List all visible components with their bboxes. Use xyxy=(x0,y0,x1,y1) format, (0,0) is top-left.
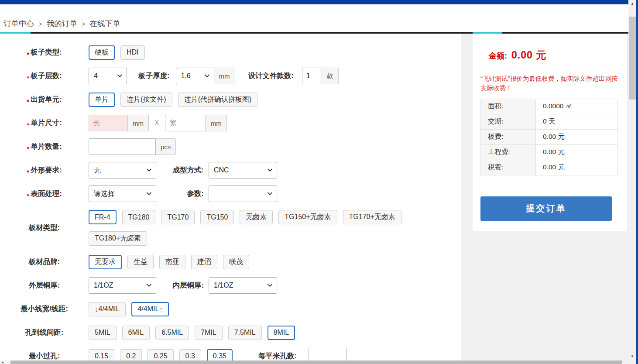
form-row-ship-unit: * 出货单元: 单片 连片(按文件) 连片(代拼确认拼板图) xyxy=(0,88,461,111)
outline-label-text: 外形要求: xyxy=(31,165,62,175)
param-select[interactable] xyxy=(209,185,277,202)
material-type-option-tg180[interactable]: TG180 xyxy=(122,210,156,224)
layers-selected-value: 4 xyxy=(94,72,98,80)
form-row-trace: 最小线宽/线距: ↓ 4/4MIL 4/4MIL ↑ xyxy=(0,297,461,321)
form-row-quantity: * 单片数量: pcs xyxy=(0,135,461,158)
vertical-scrollbar[interactable]: ▲ ▼ xyxy=(628,0,636,364)
submit-order-button[interactable]: 提交订单 xyxy=(480,196,612,221)
outer-copper-selected-value: 1/1OZ xyxy=(94,282,113,289)
vertical-scrollbar-thumb[interactable] xyxy=(629,17,636,100)
breadcrumb-my-orders[interactable]: 我的订单 xyxy=(47,18,77,29)
board-type-option-hdi[interactable]: HDI xyxy=(120,45,145,60)
inner-copper-label: 内层铜厚: xyxy=(168,281,204,290)
board-width-input[interactable] xyxy=(165,115,206,131)
form-row-layers: * 板子层数: 4 板子厚度: 1.6 mm 设计文件款数: xyxy=(0,64,461,88)
ship-unit-option-panel-by-file[interactable]: 连片(按文件) xyxy=(120,93,172,107)
scroll-down-icon[interactable]: ▼ xyxy=(628,354,636,360)
board-fee-label: 板费: xyxy=(481,129,536,144)
trace-option-below-4-4[interactable]: ↓ 4/4MIL xyxy=(89,302,126,316)
engineering-fee-label: 工程费: xyxy=(481,144,536,160)
form-row-size: * 单片尺寸: mm X mm xyxy=(0,111,461,135)
quantity-group: pcs xyxy=(89,138,176,155)
breadcrumb-order-center[interactable]: 订单中心 xyxy=(3,18,34,29)
material-type-option-fr4[interactable]: FR-4 xyxy=(89,210,117,224)
order-form: * 板子类型: 硬板 HDI * 板子层数: 4 板子厚度: xyxy=(0,34,461,364)
quantity-label-text: 单片数量: xyxy=(31,142,62,151)
chevron-down-icon xyxy=(267,284,273,287)
hole-clearance-label-text: 孔到线间距: xyxy=(25,328,64,337)
scroll-up-icon[interactable]: ▲ xyxy=(628,1,636,7)
engineering-fee-value: 0.00 元 xyxy=(536,144,618,160)
outer-copper-select[interactable]: 1/1OZ xyxy=(89,277,156,294)
size-label: * 单片尺寸: xyxy=(0,118,89,128)
leadtime-label: 交期: xyxy=(481,114,536,129)
table-row: 面积: 0.0000 ㎡ xyxy=(481,99,618,114)
table-row: 板费: 0.00 元 xyxy=(481,129,618,144)
layers-select[interactable]: 4 xyxy=(89,68,127,84)
brand-option-nanya[interactable]: 南亚 xyxy=(159,255,185,269)
required-asterisk: * xyxy=(27,121,29,129)
board-length-input[interactable] xyxy=(89,115,128,131)
inner-copper-select[interactable]: 1/1OZ xyxy=(209,277,277,294)
scroll-left-icon[interactable]: ◄ xyxy=(1,361,4,364)
width-group: mm xyxy=(165,115,227,131)
surface-label-text: 表面处理: xyxy=(31,189,62,199)
param-label: 参数: xyxy=(168,189,204,199)
thickness-select[interactable]: 1.6 xyxy=(176,68,214,84)
brand-option-iteq[interactable]: 联茂 xyxy=(223,255,249,269)
ship-unit-label-text: 出货单元: xyxy=(31,95,62,104)
summary-panel-background: 金额: 0.00 元 “飞针测试”报价为最低收费，如实际文件超出则按实际收费！ … xyxy=(461,34,628,364)
chevron-down-icon xyxy=(204,74,210,78)
required-asterisk: * xyxy=(27,192,29,199)
material-type-option-tg170-hf[interactable]: TG170+无卤素 xyxy=(343,210,401,224)
chevron-down-icon xyxy=(146,284,152,287)
brand-option-shengyi[interactable]: 生益 xyxy=(127,255,154,269)
area-label: 面积: xyxy=(481,99,536,114)
forming-label: 成型方式: xyxy=(168,165,204,175)
brand-option-kingboard[interactable]: 建滔 xyxy=(191,255,217,269)
size-label-text: 单片尺寸: xyxy=(31,118,62,128)
brand-option-any[interactable]: 无要求 xyxy=(89,255,122,269)
forming-selected-value: CNC xyxy=(214,166,229,174)
board-type-option-rigid[interactable]: 硬板 xyxy=(89,45,115,60)
forming-select[interactable]: CNC xyxy=(209,162,277,179)
table-row: 交期: 0 天 xyxy=(481,114,618,129)
amount-value: 0.00 元 xyxy=(511,48,546,62)
ship-unit-option-single[interactable]: 单片 xyxy=(89,93,115,107)
material-type-option-tg170[interactable]: TG170 xyxy=(161,210,195,224)
outer-copper-label-text: 外层铜厚: xyxy=(29,281,60,290)
material-type-option-tg150[interactable]: TG150 xyxy=(200,210,234,224)
quantity-input[interactable] xyxy=(89,138,156,155)
trace-label: 最小线宽/线距: xyxy=(0,304,89,314)
hole-clearance-option-7-5mil[interactable]: 7.5MIL xyxy=(228,326,262,340)
thickness-group: 1.6 mm xyxy=(176,68,235,84)
window-edge xyxy=(636,0,638,364)
material-type-option-tg150-hf[interactable]: TG150+无卤素 xyxy=(278,210,337,224)
required-asterisk: * xyxy=(27,168,29,176)
breadcrumb-online-order[interactable]: 在线下单 xyxy=(90,18,120,29)
horizontal-scrollbar-thumb[interactable] xyxy=(10,361,622,364)
form-row-material-type: 板材类型: FR-4 TG180 TG170 TG150 无卤素 TG150+无… xyxy=(0,206,461,250)
tax-value: 0.00 元 xyxy=(536,160,618,175)
chevron-down-icon xyxy=(267,168,273,172)
hole-clearance-option-8mil[interactable]: 8MIL xyxy=(268,326,295,340)
min-via-label: 最小过孔: xyxy=(0,351,89,361)
hole-clearance-option-6-5mil[interactable]: 6.5MIL xyxy=(155,326,189,340)
hole-clearance-option-7mil[interactable]: 7MIL xyxy=(195,326,223,340)
trace-option-above-4-4[interactable]: 4/4MIL ↑ xyxy=(131,302,168,316)
trace-option-text: 4/4MIL xyxy=(137,305,159,313)
outline-label: * 外形要求: xyxy=(0,165,89,175)
outline-selected-value: 无 xyxy=(94,166,101,175)
required-asterisk: * xyxy=(27,98,29,105)
design-count-input[interactable] xyxy=(302,68,322,84)
surface-select[interactable]: 请选择 xyxy=(89,185,156,202)
hole-clearance-option-6mil[interactable]: 6MIL xyxy=(122,326,150,340)
horizontal-scrollbar[interactable]: ◄ xyxy=(0,361,628,364)
ship-unit-option-panel-confirm[interactable]: 连片(代拼确认拼板图) xyxy=(178,93,258,107)
outline-select[interactable]: 无 xyxy=(89,162,156,179)
material-type-option-halogen-free[interactable]: 无卤素 xyxy=(240,210,273,224)
trace-label-text: 最小线宽/线距: xyxy=(21,304,68,314)
breadcrumb-separator: > xyxy=(82,20,86,27)
hole-clearance-option-5mil[interactable]: 5MIL xyxy=(89,326,117,340)
material-type-option-tg180-hf[interactable]: TG180+无卤素 xyxy=(89,231,147,246)
